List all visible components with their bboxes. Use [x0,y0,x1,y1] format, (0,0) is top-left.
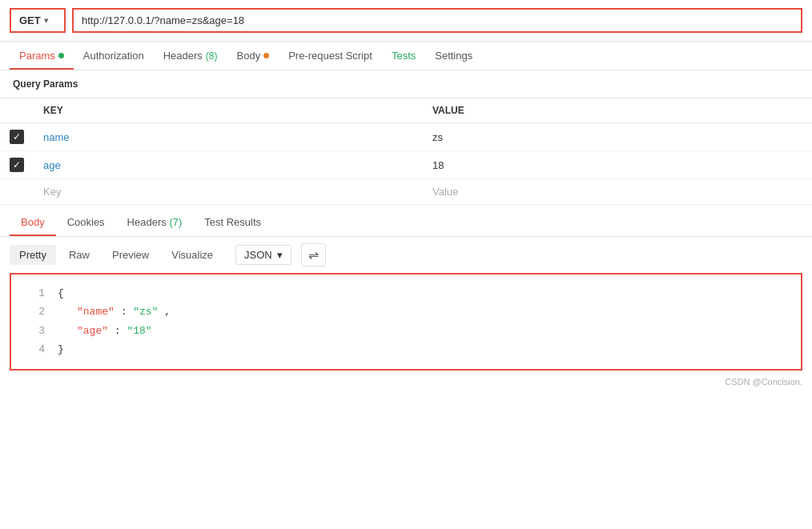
row1-checkbox[interactable]: ✓ [10,130,24,144]
response-tab-headers[interactable]: Headers (7) [116,208,194,236]
json-brace-close: } [58,340,64,359]
response-tab-cookies[interactable]: Cookies [56,208,116,236]
line-num-1: 1 [21,284,45,303]
row1-checkbox-cell[interactable]: ✓ [0,123,34,151]
json-value-age: "18" [127,325,151,337]
json-output-editor: 1 { 2 "name" : "zs" , 3 "age" : "18" 4 } [10,273,802,371]
format-preview-button[interactable]: Preview [103,245,159,265]
query-params-title: Query Params [0,70,812,98]
wrap-button[interactable]: ⇌ [301,243,326,267]
row2-value[interactable]: 18 [423,151,812,179]
col-checkbox [0,98,34,123]
response-tabs-row: Body Cookies Headers (7) Test Results [0,208,812,237]
row1-key[interactable]: name [34,123,423,151]
line-num-3: 3 [21,322,45,340]
line-num-2: 2 [21,303,45,321]
json-value-name: "zs" [133,306,158,318]
params-table: KEY VALUE ✓ name zs ✓ age 18 Key Value [0,98,812,205]
url-input-wrapper[interactable] [72,8,802,33]
json-line-3: 3 "age" : "18" [21,322,791,340]
request-tabs-row: Params Authorization Headers (8) Body Pr… [0,42,812,70]
response-tab-body[interactable]: Body [10,208,56,236]
row2-key[interactable]: age [34,151,423,179]
wrap-icon: ⇌ [308,247,319,262]
json-type-select[interactable]: JSON ▾ [235,245,291,265]
format-pretty-button[interactable]: Pretty [10,245,56,265]
row1-value[interactable]: zs [423,123,812,151]
format-visualize-button[interactable]: Visualize [162,245,223,265]
url-input[interactable] [82,14,793,26]
line-num-4: 4 [21,340,45,359]
url-bar: GET ▾ [0,0,812,42]
body-dot [263,53,269,58]
tab-headers[interactable]: Headers (8) [154,42,227,70]
format-bar: Pretty Raw Preview Visualize JSON ▾ ⇌ [0,237,812,273]
row2-checkbox-cell[interactable]: ✓ [0,151,34,179]
tab-authorization[interactable]: Authorization [74,42,154,70]
tab-body[interactable]: Body [227,42,279,70]
col-key: KEY [34,98,423,123]
table-row: ✓ name zs [0,123,812,151]
method-label: GET [19,14,41,26]
response-tab-test-results[interactable]: Test Results [193,208,272,236]
tab-settings[interactable]: Settings [425,42,482,70]
format-raw-button[interactable]: Raw [59,245,99,265]
json-key-name: "name" [77,306,115,318]
tab-params[interactable]: Params [10,42,74,70]
tab-tests[interactable]: Tests [382,42,425,70]
col-value: VALUE [423,98,812,123]
row2-checkbox[interactable]: ✓ [10,158,24,172]
json-line-4: 4 } [21,340,791,359]
row3-checkbox-cell [0,179,34,205]
json-key-age: "age" [77,325,108,337]
row3-key-placeholder[interactable]: Key [34,179,423,205]
row3-value-placeholder[interactable]: Value [423,179,812,205]
params-dot [58,53,64,58]
table-row-empty: Key Value [0,179,812,205]
method-button[interactable]: GET ▾ [10,8,66,33]
json-brace-open: { [58,284,64,303]
table-row: ✓ age 18 [0,151,812,179]
watermark: CSDN @Concision. [0,371,812,393]
json-line-2: 2 "name" : "zs" , [21,303,791,321]
json-line-1: 1 { [21,284,791,303]
method-chevron: ▾ [44,16,48,25]
tab-pre-request[interactable]: Pre-request Script [279,42,382,70]
